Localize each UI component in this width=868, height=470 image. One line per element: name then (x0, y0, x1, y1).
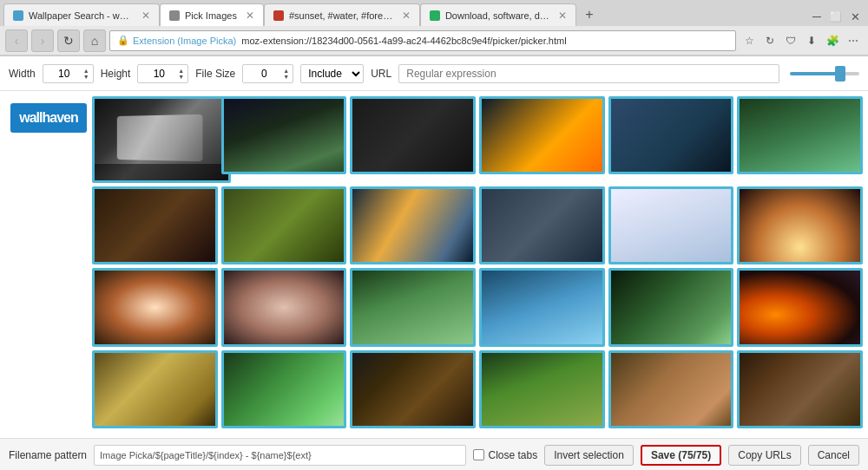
image-thumb-6[interactable] (737, 96, 863, 174)
height-spinner[interactable]: ▲ ▼ (178, 68, 184, 80)
tab-label-4: Download, software, drivers, g... (445, 10, 549, 21)
tab-label-1: Wallpaper Search - wallhaven... (29, 10, 133, 21)
image-thumb-17[interactable] (608, 268, 734, 346)
maximize-button[interactable]: ⬜ (826, 7, 845, 26)
image-thumb-13[interactable] (92, 268, 218, 346)
height-input-wrapper[interactable]: ▲ ▼ (137, 64, 188, 83)
page-content: Width ▲ ▼ Height ▲ ▼ File Size ▲ ▼ Inclu (0, 56, 868, 470)
image-thumb-12[interactable] (737, 186, 863, 264)
tab-pick-images[interactable]: Pick Images ✕ (160, 3, 264, 26)
tab-favicon-2 (169, 10, 180, 21)
image-thumb-20[interactable] (221, 350, 347, 428)
image-thumb-10[interactable] (479, 186, 605, 264)
height-down[interactable]: ▼ (178, 74, 184, 80)
home-button[interactable]: ⌂ (83, 29, 106, 52)
tab-label-2: Pick Images (185, 10, 237, 21)
close-tabs-label[interactable]: Close tabs (473, 449, 537, 461)
new-tab-button[interactable]: + (578, 3, 601, 26)
image-thumb-2[interactable] (221, 96, 347, 174)
slider-thumb[interactable] (835, 66, 845, 82)
shield-icon[interactable]: 🛡 (781, 31, 800, 50)
filename-input[interactable] (94, 445, 466, 466)
image-thumb-5[interactable] (608, 96, 734, 174)
wallhaven-logo: wallhaven (10, 103, 86, 133)
menu-icon[interactable]: ⋯ (844, 31, 863, 50)
height-input[interactable] (141, 68, 176, 80)
tab-wallpaper-search[interactable]: Wallpaper Search - wallhaven... ✕ (3, 3, 160, 26)
url-label: URL (371, 68, 391, 80)
lock-icon: 🔒 (117, 35, 129, 46)
include-select[interactable]: Include Exclude (300, 64, 364, 83)
bookmarks-icon[interactable]: ☆ (740, 31, 759, 50)
toolbar-icons: ☆ ↻ 🛡 ⬇ 🧩 ⋯ (740, 31, 863, 50)
width-input[interactable] (47, 68, 82, 80)
tab-close-1[interactable]: ✕ (141, 10, 150, 22)
image-thumb-3[interactable] (350, 96, 476, 174)
image-thumb-23[interactable] (608, 350, 734, 428)
image-thumb-4[interactable] (479, 96, 605, 174)
tab-favicon-4 (430, 10, 440, 21)
close-window-button[interactable]: ✕ (845, 7, 865, 26)
forward-button[interactable]: › (31, 29, 54, 52)
height-label: Height (101, 68, 131, 80)
image-grid-container: wallhaven (0, 91, 868, 438)
tab-download[interactable]: Download, software, drivers, g... ✕ (420, 3, 576, 26)
extensions-icon[interactable]: 🧩 (823, 31, 842, 50)
image-thumb-18[interactable] (737, 268, 863, 346)
address-bar-row: ‹ › ↻ ⌂ 🔒 Extension (Image Picka) moz-ex… (0, 26, 868, 55)
tab-close-2[interactable]: ✕ (246, 10, 254, 22)
filesize-spinner[interactable]: ▲ ▼ (283, 68, 289, 80)
image-thumb-9[interactable] (350, 186, 476, 264)
height-up[interactable]: ▲ (178, 68, 184, 74)
bottom-bar: Filename pattern Close tabs Invert selec… (0, 438, 868, 470)
cancel-button[interactable]: Cancel (808, 445, 859, 466)
browser-chrome: Wallpaper Search - wallhaven... ✕ Pick I… (0, 0, 868, 56)
width-down[interactable]: ▼ (83, 74, 89, 80)
back-button[interactable]: ‹ (5, 29, 28, 52)
address-url-text: moz-extension://18234d00-0561-4a99-ac24-… (241, 36, 566, 46)
tab-close-4[interactable]: ✕ (558, 10, 567, 22)
image-thumb-8[interactable] (221, 186, 347, 264)
refresh-icon[interactable]: ↻ (760, 31, 779, 50)
tab-label-3: #sunset, #water, #forest, #mis... (289, 10, 393, 21)
tab-favicon-3 (273, 10, 284, 21)
copy-urls-button[interactable]: Copy URLs (728, 445, 800, 466)
image-thumb-21[interactable] (350, 350, 476, 428)
image-thumb-11[interactable] (608, 186, 734, 264)
image-thumb-1[interactable] (92, 96, 231, 183)
minimize-button[interactable]: ─ (807, 7, 826, 26)
download-icon[interactable]: ⬇ (802, 31, 821, 50)
reload-button[interactable]: ↻ (57, 29, 80, 52)
image-thumb-24[interactable] (737, 350, 863, 428)
image-thumb-7[interactable] (92, 186, 218, 264)
tab-close-3[interactable]: ✕ (402, 10, 411, 22)
filesize-input-wrapper[interactable]: ▲ ▼ (242, 64, 293, 83)
save-button[interactable]: Save (75/75) (641, 445, 721, 466)
address-text: Extension (Image Picka) moz-extension://… (133, 36, 567, 46)
url-input[interactable] (398, 64, 779, 83)
close-tabs-checkbox[interactable] (473, 449, 484, 460)
width-input-wrapper[interactable]: ▲ ▼ (43, 64, 94, 83)
address-box[interactable]: 🔒 Extension (Image Picka) moz-extension:… (109, 30, 736, 51)
filter-bar: Width ▲ ▼ Height ▲ ▼ File Size ▲ ▼ Inclu (0, 56, 868, 91)
width-up[interactable]: ▲ (83, 68, 89, 74)
tab-favicon-1 (13, 10, 23, 21)
image-thumb-22[interactable] (479, 350, 605, 428)
invert-selection-button[interactable]: Invert selection (544, 445, 634, 466)
filename-label: Filename pattern (9, 449, 87, 461)
width-spinner[interactable]: ▲ ▼ (83, 68, 89, 80)
image-thumb-16[interactable] (479, 268, 605, 346)
width-label: Width (9, 68, 36, 80)
filesize-input[interactable] (247, 68, 281, 80)
image-thumb-19[interactable] (92, 350, 218, 428)
filesize-label: File Size (195, 68, 235, 80)
filesize-up[interactable]: ▲ (283, 68, 289, 74)
filesize-down[interactable]: ▼ (283, 74, 289, 80)
image-thumb-15[interactable] (350, 268, 476, 346)
tab-bar: Wallpaper Search - wallhaven... ✕ Pick I… (0, 0, 868, 26)
tab-sunset[interactable]: #sunset, #water, #forest, #mis... ✕ (264, 3, 420, 26)
logo-area: wallhaven (5, 96, 92, 433)
image-thumb-14[interactable] (221, 268, 347, 346)
slider[interactable] (790, 72, 859, 75)
image-grid (92, 96, 863, 433)
